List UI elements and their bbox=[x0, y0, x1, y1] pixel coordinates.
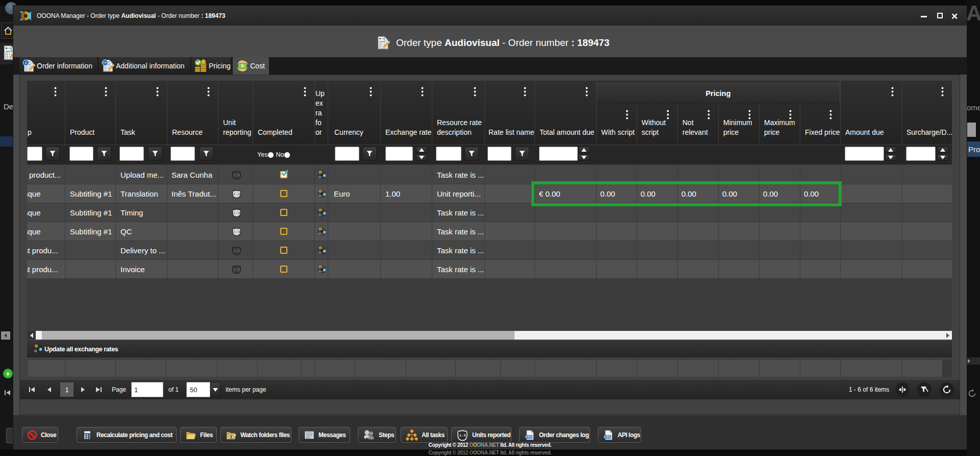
svg-text:C: C bbox=[324, 193, 326, 196]
svg-text:0: 0 bbox=[320, 247, 321, 250]
svg-text:C: C bbox=[324, 212, 326, 215]
svg-text:C: C bbox=[324, 174, 326, 177]
svg-text:0: 0 bbox=[320, 228, 321, 231]
svg-text:$: $ bbox=[241, 64, 243, 67]
svg-text:0: 0 bbox=[319, 270, 321, 273]
svg-text:0: 0 bbox=[319, 232, 321, 235]
svg-text:C: C bbox=[324, 231, 326, 234]
svg-text:0: 0 bbox=[320, 171, 321, 174]
svg-text:1 - 9: 1 - 9 bbox=[233, 174, 240, 177]
svg-text:C: C bbox=[324, 250, 326, 253]
svg-text:C: C bbox=[324, 269, 326, 272]
svg-text:C: C bbox=[39, 348, 42, 351]
svg-text:0: 0 bbox=[320, 190, 321, 193]
svg-text:1 - 9: 1 - 9 bbox=[233, 268, 240, 271]
svg-text:1 - 9: 1 - 9 bbox=[233, 230, 240, 233]
svg-text:0: 0 bbox=[320, 209, 321, 212]
svg-text:0: 0 bbox=[319, 251, 321, 254]
svg-text:0: 0 bbox=[320, 266, 321, 269]
svg-text:0: 0 bbox=[319, 176, 321, 179]
svg-text:1 - 9: 1 - 9 bbox=[233, 193, 240, 196]
svg-text:LOG: LOG bbox=[604, 435, 611, 438]
svg-text:1 - 9: 1 - 9 bbox=[233, 211, 240, 214]
svg-text:0: 0 bbox=[319, 213, 321, 217]
svg-text:1 - 9: 1 - 9 bbox=[459, 433, 466, 437]
svg-text:1 - 9: 1 - 9 bbox=[233, 249, 240, 252]
svg-text:LOG: LOG bbox=[526, 435, 532, 438]
svg-text:0: 0 bbox=[35, 350, 36, 353]
svg-text:0: 0 bbox=[319, 195, 321, 198]
